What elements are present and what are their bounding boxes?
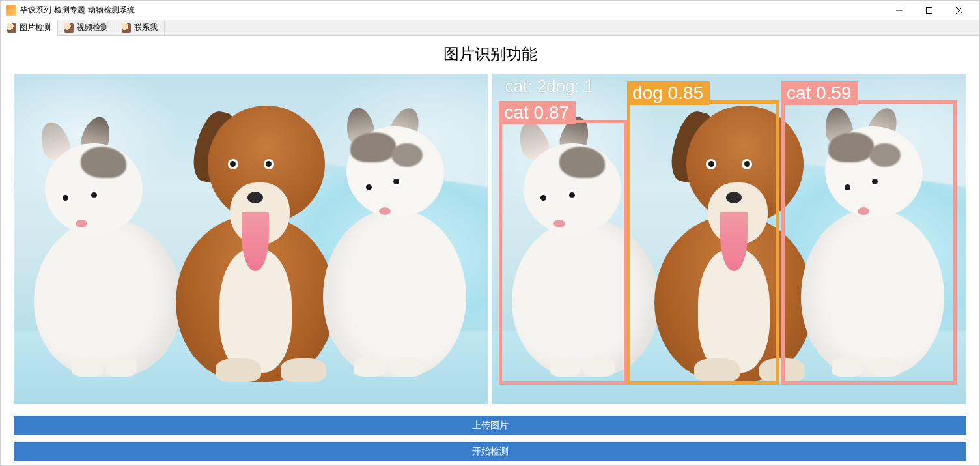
pet-scene	[14, 74, 488, 404]
person-icon	[64, 23, 74, 33]
action-buttons: 上传图片 开始检测	[14, 416, 966, 461]
window-controls	[884, 1, 974, 20]
minimize-button[interactable]	[884, 1, 914, 20]
detection-bbox-dog: dog 0.85	[627, 100, 779, 385]
original-image-panel	[14, 74, 488, 404]
window-titlebar: 毕设系列-检测专题-动物检测系统	[1, 1, 979, 20]
page-title: 图片识别功能	[14, 44, 966, 65]
detection-bbox-cat: cat 0.59	[781, 100, 957, 385]
tab-video-detect[interactable]: 视频检测	[58, 20, 115, 35]
tab-contact[interactable]: 联系我	[115, 20, 165, 35]
tab-label: 图片检测	[20, 22, 51, 33]
upload-image-button[interactable]: 上传图片	[14, 416, 966, 435]
tab-label: 联系我	[134, 22, 158, 33]
tab-bar: 图片检测 视频检测 联系我	[1, 20, 979, 36]
app-icon	[6, 5, 16, 16]
detection-bbox-cat: cat 0.87	[499, 120, 627, 385]
start-detect-button[interactable]: 开始检测	[14, 442, 966, 461]
detection-bbox-label: dog 0.85	[627, 81, 710, 105]
main-content: 图片识别功能	[1, 36, 979, 466]
tab-image-detect[interactable]: 图片检测	[1, 20, 58, 36]
maximize-button[interactable]	[914, 1, 944, 20]
detected-image-panel: cat: 2dog: 1 cat 0.87dog 0.85cat 0.59	[492, 74, 967, 404]
svg-rect-0	[927, 7, 932, 13]
detection-bbox-label: cat 0.87	[499, 101, 576, 124]
tab-label: 视频检测	[77, 22, 108, 33]
close-button[interactable]	[944, 1, 974, 20]
person-icon	[122, 23, 131, 33]
detection-summary: cat: 2dog: 1	[505, 76, 594, 96]
person-icon	[7, 23, 16, 33]
detection-bbox-label: cat 0.59	[781, 81, 858, 105]
window-title: 毕设系列-检测专题-动物检测系统	[20, 5, 884, 16]
images-row: cat: 2dog: 1 cat 0.87dog 0.85cat 0.59	[14, 74, 966, 404]
pet-cat-right	[313, 110, 483, 388]
